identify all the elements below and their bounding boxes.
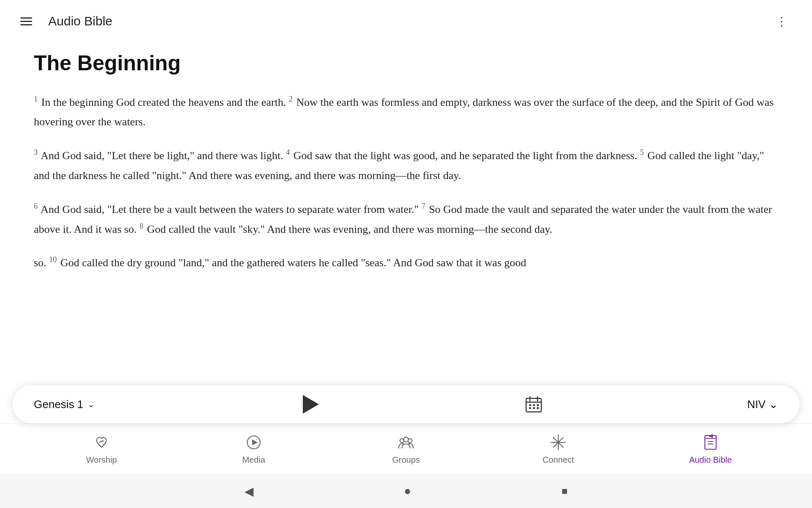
version-label: NIV	[747, 398, 765, 411]
svg-marker-11	[252, 439, 258, 445]
more-options-button[interactable]: ⋮	[769, 11, 795, 32]
svg-rect-9	[537, 407, 539, 409]
nav-item-audio-bible[interactable]: Audio Bible	[681, 433, 740, 465]
system-nav: ◀ ● ■	[0, 474, 812, 508]
home-button[interactable]: ●	[404, 484, 411, 498]
version-selector[interactable]: NIV ⌄	[747, 398, 778, 411]
verse-paragraph-4: so. 10 God called the dry ground "land,"…	[34, 253, 778, 273]
verse-num-10: 10	[49, 255, 57, 264]
audio-bible-icon	[701, 433, 720, 452]
app-header: Audio Bible ⋮	[0, 0, 812, 42]
verse-text-1: In the beginning God created the heavens…	[41, 96, 289, 108]
verse-num-7: 7	[422, 202, 425, 210]
calendar-icon	[524, 395, 543, 414]
svg-rect-6	[537, 404, 539, 406]
version-chevron-icon: ⌄	[769, 398, 778, 411]
menu-button[interactable]	[17, 14, 36, 29]
svg-rect-4	[529, 404, 531, 406]
connect-label: Connect	[543, 455, 574, 465]
verse-paragraph-1: 1 In the beginning God created the heave…	[34, 92, 778, 132]
play-icon	[303, 395, 319, 414]
nav-item-groups[interactable]: Groups	[376, 433, 436, 465]
verse-num-4: 4	[286, 148, 290, 157]
bible-text: 1 In the beginning God created the heave…	[34, 92, 778, 273]
chapter-selector[interactable]: Genesis 1 ⌄	[34, 398, 95, 411]
verse-num-2: 2	[289, 95, 293, 103]
svg-rect-19	[705, 436, 716, 449]
verse-num-3: 3	[34, 148, 38, 157]
svg-point-14	[408, 439, 412, 443]
chapter-label: Genesis 1	[34, 398, 83, 411]
chapter-title: The Beginning	[34, 51, 778, 75]
media-icon	[244, 433, 263, 452]
home-icon: ●	[404, 484, 411, 498]
recent-icon: ■	[562, 486, 568, 497]
verse-num-8: 8	[140, 222, 143, 230]
calendar-button[interactable]	[524, 395, 543, 414]
back-icon: ◀	[244, 484, 254, 498]
nav-item-connect[interactable]: Connect	[529, 433, 588, 465]
back-button[interactable]: ◀	[244, 484, 254, 498]
svg-rect-5	[533, 404, 535, 406]
verse-text-6: And God said, "Let there be a vault betw…	[41, 203, 422, 215]
audio-bible-label: Audio Bible	[689, 455, 732, 465]
verse-text-9: so.	[34, 257, 49, 269]
verse-paragraph-2: 3 And God said, "Let there be light," an…	[34, 146, 778, 185]
verse-num-6: 6	[34, 202, 38, 210]
recent-button[interactable]: ■	[562, 486, 568, 497]
verse-paragraph-3: 6 And God said, "Let there be a vault be…	[34, 199, 778, 240]
svg-rect-7	[529, 407, 531, 409]
verse-num-1: 1	[34, 95, 38, 103]
worship-icon	[92, 433, 111, 452]
groups-label: Groups	[392, 455, 420, 465]
groups-icon	[397, 433, 415, 452]
verse-text-8: God called the vault "sky." And there wa…	[147, 223, 552, 235]
main-content: The Beginning 1 In the beginning God cre…	[0, 42, 812, 389]
media-label: Media	[242, 455, 265, 465]
verse-text-4: God saw that the light was good, and he …	[294, 149, 640, 162]
bottom-nav: Worship Media Groups	[0, 423, 812, 474]
chapter-chevron-icon: ⌄	[88, 399, 95, 409]
verse-text-10: God called the dry ground "land," and th…	[60, 257, 527, 269]
play-button[interactable]	[299, 394, 320, 415]
worship-label: Worship	[86, 455, 117, 465]
verse-num-5: 5	[640, 148, 644, 157]
verse-text-3: And God said, "Let there be light," and …	[41, 149, 286, 162]
svg-rect-8	[533, 407, 535, 409]
connect-icon	[549, 433, 568, 452]
page-title: Audio Bible	[48, 14, 112, 28]
header-left: Audio Bible	[17, 14, 112, 29]
nav-item-media[interactable]: Media	[224, 433, 283, 465]
audio-player: Genesis 1 ⌄ NIV ⌄	[13, 385, 799, 423]
nav-item-worship[interactable]: Worship	[72, 433, 131, 465]
